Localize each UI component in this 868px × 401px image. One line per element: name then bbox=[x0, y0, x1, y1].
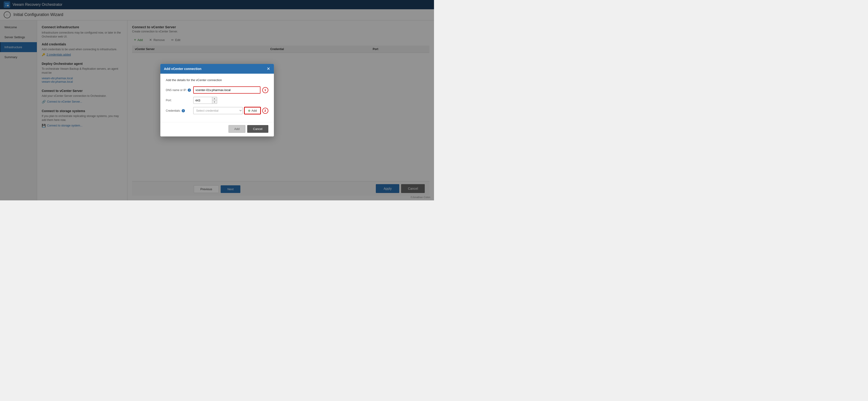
modal-close-button[interactable]: ✕ bbox=[267, 67, 270, 71]
port-down-button[interactable]: ▼ bbox=[212, 100, 217, 103]
modal-overlay: Add vCenter connection ✕ Add the details… bbox=[0, 0, 434, 201]
credentials-form-row: Credentials: i Select credential ⊕ Add bbox=[166, 107, 268, 114]
modal-add-button[interactable]: Add bbox=[228, 125, 245, 133]
modal-body: Add the details for the vCenter connecti… bbox=[160, 74, 274, 122]
step-1-indicator: 1 bbox=[262, 87, 268, 93]
credentials-row: Select credential ⊕ Add bbox=[193, 107, 260, 114]
add-vcenter-modal: Add vCenter connection ✕ Add the details… bbox=[160, 64, 274, 136]
dns-info-icon[interactable]: i bbox=[188, 89, 191, 92]
port-wrapper: ▲ ▼ bbox=[193, 97, 217, 104]
modal-cancel-button[interactable]: Cancel bbox=[247, 125, 268, 133]
port-spinners: ▲ ▼ bbox=[212, 97, 217, 103]
port-input[interactable] bbox=[193, 97, 212, 103]
add-cred-label: Add bbox=[251, 109, 257, 112]
dns-label: DNS name or IP: i bbox=[166, 89, 191, 92]
dns-form-row: DNS name or IP: i 1 bbox=[166, 86, 268, 94]
dns-input[interactable] bbox=[193, 86, 260, 94]
step-2-indicator: 2 bbox=[262, 108, 268, 114]
port-label: Port: bbox=[166, 99, 191, 102]
add-cred-icon: ⊕ bbox=[248, 109, 250, 112]
credentials-label: Credentials: i bbox=[166, 109, 191, 112]
modal-title: Add vCenter connection bbox=[164, 67, 202, 71]
modal-subtitle: Add the details for the vCenter connecti… bbox=[166, 78, 268, 82]
add-credential-button[interactable]: ⊕ Add bbox=[244, 107, 260, 114]
port-form-row: Port: ▲ ▼ bbox=[166, 97, 268, 104]
modal-footer: Add Cancel bbox=[160, 122, 274, 136]
credentials-select[interactable]: Select credential bbox=[193, 107, 243, 114]
port-up-button[interactable]: ▲ bbox=[212, 97, 217, 100]
modal-header: Add vCenter connection ✕ bbox=[160, 64, 274, 74]
credentials-info-icon[interactable]: i bbox=[182, 109, 185, 112]
